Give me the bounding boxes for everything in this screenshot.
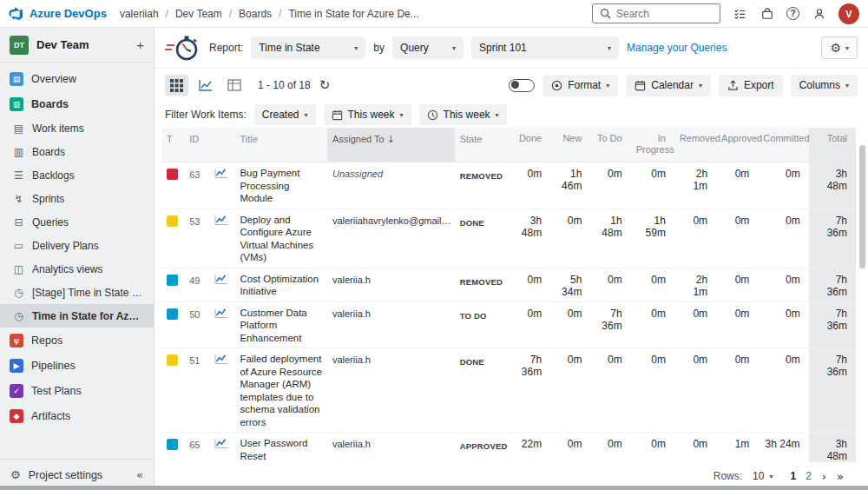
table-row[interactable]: 49Cost Optimization Initiativevaleriia.h… xyxy=(161,268,856,301)
committed-cell: 0m xyxy=(758,268,808,301)
history-chart-icon[interactable] xyxy=(214,168,228,179)
table-row[interactable]: 53Deploy and Configure Azure Virtual Mac… xyxy=(161,209,856,268)
new-cell: 1h 46m xyxy=(550,162,590,209)
source-select[interactable]: Query ▾ xyxy=(392,36,464,59)
page-2[interactable]: 2 xyxy=(806,470,812,482)
column-header-removed[interactable]: Removed xyxy=(674,128,716,162)
sidebar-item-time-in-state-for-azure-devo[interactable]: ◷Time in State for Azure DevO... xyxy=(0,304,154,328)
matrix-view-button[interactable] xyxy=(222,75,246,96)
sidebar-item-stage-time-in-state-for-azur[interactable]: ◷[Stage] Time in State for Azur... xyxy=(0,281,154,304)
breadcrumb-item[interactable]: valeriiah xyxy=(120,8,159,20)
chart-view-button[interactable] xyxy=(194,75,217,96)
table-row[interactable]: 65User Password Reset Functionalityvaler… xyxy=(161,433,856,463)
history-chart-icon[interactable] xyxy=(214,308,228,319)
sidebar-hub-artifacts[interactable]: ◆Artifacts xyxy=(0,403,154,428)
done-cell: 7h 36m xyxy=(509,348,550,433)
search-input[interactable] xyxy=(616,8,713,20)
azure-devops-logo[interactable] xyxy=(9,6,23,21)
report-settings-button[interactable]: ⚙ ▾ xyxy=(821,36,858,59)
column-header-committed[interactable]: Committed xyxy=(758,128,808,162)
add-project-button[interactable]: + xyxy=(136,37,144,52)
collapse-icon[interactable]: « xyxy=(136,468,143,481)
column-header-type[interactable]: T xyxy=(161,128,184,162)
work-item-title[interactable]: Customer Data Platform Enhancement xyxy=(234,301,327,348)
column-header-title[interactable]: Title xyxy=(234,128,327,162)
calendar-button[interactable]: Calendar ▾ xyxy=(626,75,711,96)
sidebar-item-analytics-views[interactable]: ◫Analytics views xyxy=(0,257,154,281)
clock-icon: ◷ xyxy=(12,287,25,299)
column-header-done[interactable]: Done xyxy=(509,128,550,162)
history-chart-icon[interactable] xyxy=(214,354,228,365)
approved-cell: 0m xyxy=(716,162,758,209)
work-item-title[interactable]: Bug Payment Processing Module xyxy=(234,162,327,209)
search-box[interactable] xyxy=(592,3,720,23)
history-chart-icon[interactable] xyxy=(214,215,228,226)
table-view-button[interactable] xyxy=(165,75,188,96)
sidebar-item-boards[interactable]: ▥Boards xyxy=(0,140,154,163)
column-header-to-do[interactable]: To Do xyxy=(590,128,630,162)
refresh-icon[interactable]: ↻ xyxy=(319,77,331,93)
marketplace-bag-icon[interactable] xyxy=(760,6,774,21)
column-header-id[interactable]: ID xyxy=(184,128,208,162)
column-header-approved[interactable]: Approved xyxy=(716,128,758,162)
column-header-in-progress[interactable]: In Progress xyxy=(631,128,674,162)
project-header[interactable]: DT Dev Team + xyxy=(0,28,154,63)
filter-field-select[interactable]: Created ▾ xyxy=(254,104,316,125)
history-chart-icon[interactable] xyxy=(214,438,228,449)
removed-cell: 2h 1m xyxy=(674,268,716,301)
sidebar-hub-repos[interactable]: ψRepos xyxy=(0,328,154,353)
total-cell: 3h 48m xyxy=(809,162,856,209)
sidebar-item-queries[interactable]: ⊟Queries xyxy=(0,210,154,234)
artifacts-icon: ◆ xyxy=(10,409,23,423)
page-1[interactable]: 1 xyxy=(790,470,796,482)
work-item-id: 63 xyxy=(184,162,208,209)
export-button[interactable]: Export xyxy=(719,75,783,96)
breadcrumb-item[interactable]: Boards xyxy=(239,8,272,20)
in-progress-cell: 1h 59m xyxy=(631,209,674,268)
columns-button[interactable]: Columns ▾ xyxy=(791,75,858,96)
sidebar-item-work-items[interactable]: ▤Work items xyxy=(0,116,154,140)
table-row[interactable]: 51Failed deployment of Azure Resource Ma… xyxy=(161,348,856,433)
next-page-button[interactable]: › xyxy=(822,470,826,483)
last-page-button[interactable]: » xyxy=(837,470,844,483)
work-item-title[interactable]: Failed deployment of Azure Resource Mana… xyxy=(234,348,327,433)
column-header-new[interactable]: New xyxy=(550,128,590,162)
sidebar-item-sprints[interactable]: ↯Sprints xyxy=(0,187,154,210)
work-item-title[interactable]: Deploy and Configure Azure Virtual Machi… xyxy=(234,209,327,268)
column-header-state[interactable]: State xyxy=(455,128,509,162)
scrollbar-thumb[interactable] xyxy=(859,145,865,268)
work-item-title[interactable]: Cost Optimization Initiative xyxy=(234,268,327,301)
column-header-chart[interactable] xyxy=(208,128,234,162)
sidebar-item-backlogs[interactable]: ☰Backlogs xyxy=(0,163,154,187)
column-header-total[interactable]: Total xyxy=(809,128,856,162)
created-range-select[interactable]: This week ▾ xyxy=(324,104,411,125)
format-button[interactable]: Format ▾ xyxy=(542,75,618,96)
preview-toggle[interactable] xyxy=(509,79,535,92)
sidebar-hub-test-plans[interactable]: ✓Test Plans xyxy=(0,378,154,403)
history-chart-icon[interactable] xyxy=(214,274,228,285)
sidebar-item-delivery-plans[interactable]: ▭Delivery Plans xyxy=(0,234,154,257)
table-row[interactable]: 50Customer Data Platform Enhancementvale… xyxy=(161,301,856,348)
avatar[interactable]: V xyxy=(838,3,859,24)
sidebar-hub-overview[interactable]: ▤Overview xyxy=(0,66,154,91)
brand-name[interactable]: Azure DevOps xyxy=(30,7,107,20)
help-icon[interactable]: ? xyxy=(786,7,799,20)
report-type-select[interactable]: Time in State ▾ xyxy=(251,36,365,59)
sidebar-hub-boards[interactable]: ▥Boards xyxy=(0,91,154,116)
user-settings-icon[interactable] xyxy=(812,6,826,21)
changed-range-select[interactable]: This week ▾ xyxy=(419,104,507,125)
vertical-scrollbar[interactable] xyxy=(858,129,865,462)
sidebar-item-label: Work items xyxy=(32,122,84,135)
breadcrumb-item[interactable]: Time in State for Azure De... xyxy=(288,8,418,20)
work-item-title[interactable]: User Password Reset Functionality xyxy=(234,433,327,463)
rows-per-page-select[interactable]: 10 ▾ xyxy=(753,470,773,482)
table-row[interactable]: 63Bug Payment Processing ModuleUnassigne… xyxy=(161,162,856,209)
query-select[interactable]: Sprint 101 ▾ xyxy=(471,36,619,59)
sidebar-hub-pipelines[interactable]: ▶Pipelines xyxy=(0,353,154,378)
column-header-assigned-to[interactable]: Assigned To↓ xyxy=(327,128,455,162)
task-icon xyxy=(167,215,178,227)
task-list-icon[interactable] xyxy=(733,6,747,21)
total-cell: 7h 36m xyxy=(809,209,856,268)
manage-queries-link[interactable]: Manage your Queries xyxy=(627,42,727,54)
breadcrumb-item[interactable]: Dev Team xyxy=(175,8,222,20)
